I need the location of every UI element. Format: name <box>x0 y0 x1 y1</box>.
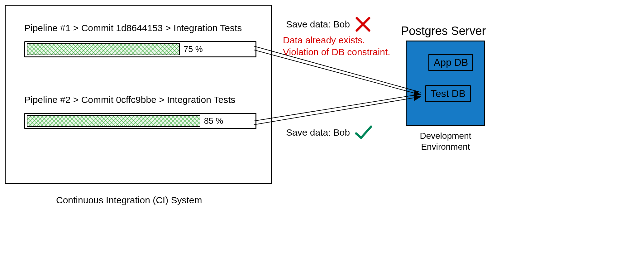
pipeline-2-progress: 85 % <box>24 113 256 129</box>
development-environment-label: Development Environment <box>411 130 480 152</box>
pipeline-1-progress-fill <box>27 43 180 55</box>
ci-system-box: Pipeline #1 > Commit 1d8644153 > Integra… <box>5 5 272 184</box>
pipeline-2-progress-fill <box>27 115 200 127</box>
svg-line-2 <box>254 94 421 121</box>
pipeline-2: Pipeline #2 > Commit 0cffc9bbe > Integra… <box>24 94 256 129</box>
pipeline-2-progress-text: 85 % <box>204 116 223 126</box>
checkmark-icon <box>354 125 373 140</box>
save-data-1-text: Save data: Bob <box>286 19 350 30</box>
ci-system-caption: Continuous Integration (CI) System <box>56 195 202 205</box>
svg-line-3 <box>254 97 421 125</box>
app-db-box: App DB <box>428 54 473 71</box>
pipeline-1-label: Pipeline #1 > Commit 1d8644153 > Integra… <box>24 23 256 33</box>
pipeline-1: Pipeline #1 > Commit 1d8644153 > Integra… <box>24 23 256 57</box>
error-message: Data already exists. Violation of DB con… <box>283 34 401 58</box>
save-data-2: Save data: Bob <box>286 125 373 140</box>
save-data-1: Save data: Bob <box>286 16 372 33</box>
test-db-box: Test DB <box>425 85 471 102</box>
pipeline-2-label: Pipeline #2 > Commit 0cffc9bbe > Integra… <box>24 94 256 105</box>
pipeline-1-progress: 75 % <box>24 41 256 57</box>
pipeline-1-progress-text: 75 % <box>184 45 203 54</box>
save-data-2-text: Save data: Bob <box>286 127 350 138</box>
postgres-server-title: Postgres Server <box>401 24 486 38</box>
postgres-server-box: App DB Test DB <box>406 41 485 126</box>
cross-icon <box>354 16 372 33</box>
